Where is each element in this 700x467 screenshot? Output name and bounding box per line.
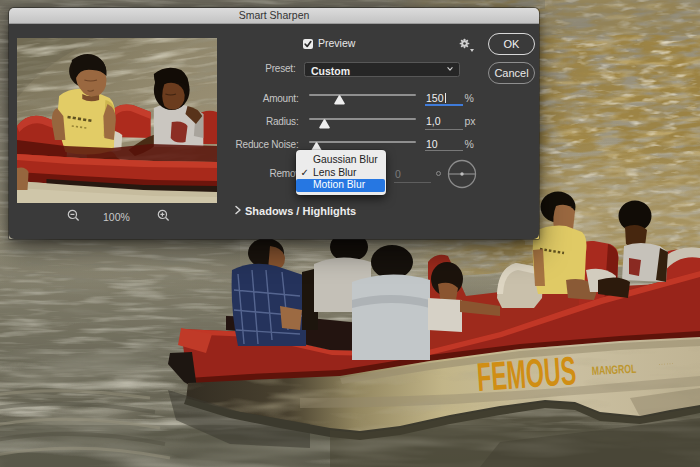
svg-text:FEMOUS: FEMOUS: [475, 347, 577, 399]
svg-text:……: ……: [658, 357, 675, 367]
svg-text:MANGROL: MANGROL: [591, 362, 637, 377]
